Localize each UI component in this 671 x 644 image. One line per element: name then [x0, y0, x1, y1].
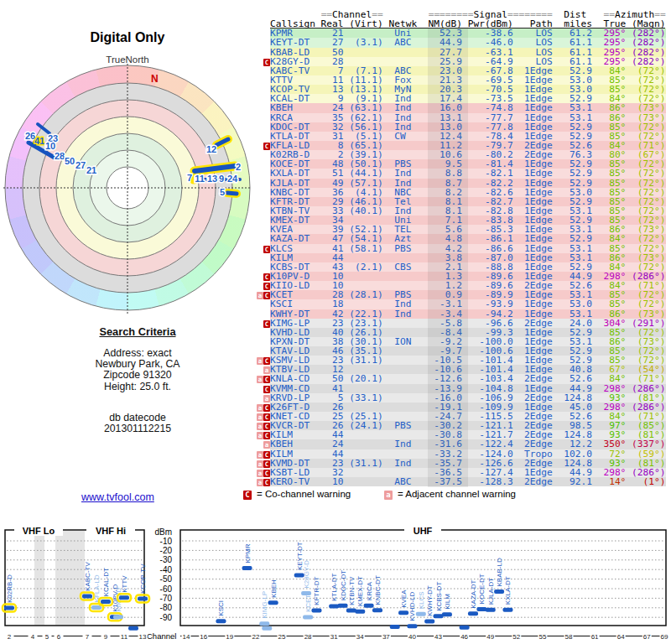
adjacent-channel-warning-icon: a — [257, 404, 263, 412]
co-channel-warning-icon: C — [263, 413, 270, 421]
adjacent-channel-warning-icon: a — [263, 366, 270, 374]
station-label: KOCE-DT — [478, 574, 486, 604]
search-criteria-heading: Search Criteria — [49, 325, 226, 338]
station-label: KCOP-TV — [139, 564, 147, 594]
uhf-title: UHF — [414, 526, 433, 536]
table-row: aCKERO-TV 10 ABC -37.5 -128.3 2Edge 92.1… — [250, 477, 666, 486]
radar-channel-label: 7 — [187, 173, 192, 183]
station-label: KLCS — [418, 591, 425, 609]
signal-table: ==Channel== ========Signal======== Dist … — [250, 10, 666, 486]
adjacent-channel-warning-icon: a — [257, 376, 263, 383]
adjacent-channel-legend-text: = Adjacent channel warning — [398, 489, 516, 499]
frequency-gap-band — [55, 531, 85, 625]
co-channel-warning-icon: C — [263, 470, 270, 477]
adjacent-channel-warning-icon: a — [257, 451, 263, 459]
dbm-tick-label: -80 — [160, 603, 173, 612]
station-label: KPMR — [244, 543, 252, 563]
adjacent-channel-warning-icon: a — [384, 491, 393, 500]
channel-tick-label: 61 — [591, 633, 599, 641]
signal-bar — [216, 619, 226, 623]
signal-bar — [119, 595, 129, 600]
channel-tick-label: 37 — [382, 633, 390, 641]
channel-tick-label: 49 — [486, 633, 494, 641]
channel-tick-label: 11 — [121, 633, 128, 641]
channel-tick-label: 5 — [45, 633, 49, 641]
station-label: KBEH — [270, 579, 278, 598]
station-label: KWHY-DT — [426, 585, 434, 616]
channel-tick-label: 9 — [104, 633, 108, 641]
co-channel-warning-icon: C — [263, 451, 270, 459]
signal-bar — [398, 610, 408, 615]
radar-channel-label: 28 — [55, 151, 65, 161]
adjacent-channel-warning-icon: a — [257, 413, 263, 421]
co-channel-warning-icon: C — [263, 376, 270, 383]
adjacent-channel-warning-icon: a — [257, 470, 263, 477]
adjacent-channel-warning-icon: a — [257, 357, 263, 365]
signal-bar — [311, 608, 321, 612]
signal-bar — [390, 625, 400, 629]
co-channel-warning-icon: C — [263, 386, 270, 393]
signal-bar — [242, 566, 252, 570]
dbm-tick-label: -70 — [160, 594, 173, 603]
adjacent-channel-warning-icon: a — [257, 460, 263, 468]
station-label: K02RB-D — [6, 574, 13, 603]
channel-tick-label: 7 — [86, 633, 90, 641]
channel-tick-label: 55 — [538, 633, 546, 641]
signal-bar — [468, 611, 478, 615]
adjacent-channel-warning-icon: a — [257, 292, 263, 299]
channel-tick-label: 43 — [434, 633, 442, 641]
co-channel-legend: C= Co-channel warning — [243, 489, 351, 500]
station-marker — [227, 193, 237, 194]
signal-bar — [460, 626, 470, 630]
channel-tick-label: 46 — [460, 633, 468, 641]
signal-strength-charts: VHF LoVHF HiUHFdBm-10-20-30-40-50-60-70-… — [0, 524, 671, 644]
station-label: KVEA — [400, 589, 408, 608]
dbm-tick-label: -60 — [160, 584, 173, 594]
channel-tick-label: 16 — [200, 633, 207, 641]
co-channel-warning-icon: C — [263, 479, 270, 486]
signal-bar — [346, 608, 356, 612]
channel-tick-label: 40 — [408, 633, 416, 641]
signal-bar — [303, 615, 313, 620]
channel-axis-label: Channel — [147, 631, 176, 641]
signal-bar — [113, 615, 123, 619]
channel-tick-label: 34 — [356, 633, 364, 641]
station-label: KCBS-DT — [435, 582, 443, 611]
co-channel-legend-text: = Co-channel warning — [257, 489, 351, 499]
co-channel-warning-icon: C — [263, 292, 270, 299]
station-label: KNBC-DT — [374, 575, 382, 605]
station-label: KVHD-LD — [408, 591, 416, 621]
db-datecode-value: 201301112215 — [49, 423, 226, 434]
station-label: K28GY-D — [303, 560, 310, 589]
channel-tick-label: 28 — [304, 633, 312, 641]
radar-channel-label: 27 — [75, 160, 86, 170]
vhf-hi-title: VHF Hi — [96, 526, 126, 536]
tvfool-link[interactable]: www.tvfool.com — [81, 491, 154, 503]
adjacent-channel-warning-icon: a — [257, 432, 263, 439]
channel-tick-label: 2 — [8, 633, 12, 641]
channel-tick-label: 13 — [139, 633, 147, 641]
channel-tick-label: 4 — [31, 633, 35, 641]
signal-bar — [262, 626, 272, 631]
co-channel-warning-icon: C — [243, 491, 252, 500]
channel-tick-label: 25 — [278, 633, 286, 641]
signal-bar — [338, 604, 348, 608]
co-channel-warning-icon: C — [263, 273, 270, 281]
radar-channel-label: 13 — [207, 174, 217, 184]
search-height: Height: 25.0 ft. — [49, 382, 226, 392]
station-label: KXLA-DT — [504, 576, 512, 605]
dbm-tick-label: -10 — [160, 537, 173, 546]
station-label: KMEX-DT — [356, 576, 364, 606]
co-channel-warning-icon: C — [263, 432, 270, 439]
station-label: KAZA-DT — [470, 579, 477, 608]
station-label: KTTV — [121, 575, 128, 593]
signal-bar — [434, 614, 444, 618]
dbm-tick-label: -30 — [160, 555, 173, 564]
signal-bar — [4, 606, 14, 610]
signal-bar — [128, 626, 138, 631]
radar-title: Digital Only — [34, 30, 221, 45]
signal-bar — [329, 604, 339, 608]
adjacent-channel-warning-icon: a — [263, 395, 270, 402]
signal-bar — [372, 608, 382, 612]
uhf-chart-frame — [180, 530, 666, 626]
